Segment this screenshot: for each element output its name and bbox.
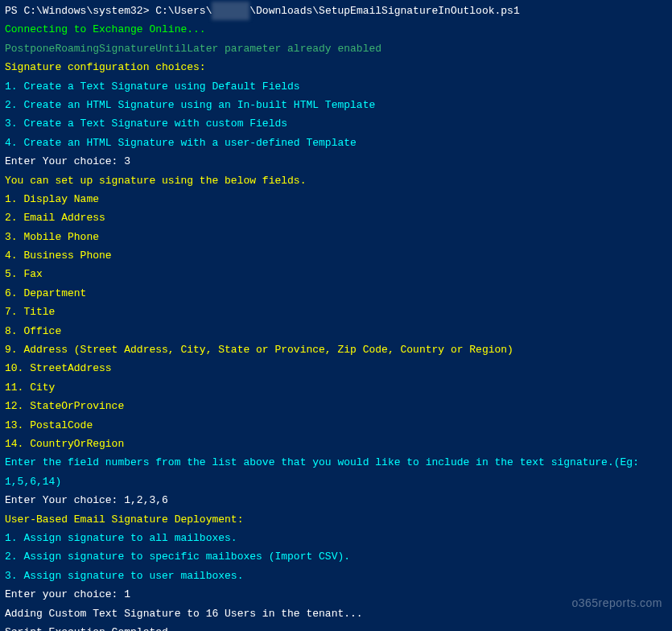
adding-line: Adding Custom Text Signature to 16 Users… xyxy=(5,604,667,623)
enter-choice-1-label: Enter Your choice: xyxy=(5,155,124,167)
field-item: 7. Title xyxy=(5,303,667,321)
enter-field-numbers: Enter the field numbers from the list ab… xyxy=(5,453,667,491)
field-item: 14. CountryOrRegion xyxy=(5,435,667,453)
prompt-line: PS C:\Windows\system32> C:\Users\xxxxxx\… xyxy=(5,2,667,20)
prompt-prefix: PS C:\Windows\system32> C:\Users\ xyxy=(5,5,212,17)
field-item: 2. Email Address xyxy=(5,208,667,227)
completed-line: Script Execution Completed xyxy=(5,623,667,631)
watermark: o365reports.com xyxy=(571,593,662,613)
field-item: 8. Office xyxy=(5,322,667,340)
enter-choice-2: Enter Your choice: 1,2,3,6 xyxy=(5,491,667,509)
field-item: 11. City xyxy=(5,378,667,397)
sig-option: 3. Create a Text Signature with custom F… xyxy=(5,114,667,133)
deployment-option: 1. Assign signature to all mailboxes. xyxy=(5,529,667,547)
field-item: 3. Mobile Phone xyxy=(5,228,667,246)
deployment-option: 3. Assign signature to user mailboxes. xyxy=(5,567,667,585)
field-item: 9. Address (Street Address, City, State … xyxy=(5,340,667,359)
field-item: 12. StateOrProvince xyxy=(5,397,667,415)
sig-config-header: Signature configuration choices: xyxy=(5,58,667,76)
deployment-header: User-Based Email Signature Deployment: xyxy=(5,510,667,529)
sig-option: 4. Create an HTML Signature with a user-… xyxy=(5,134,667,152)
field-item: 1. Display Name xyxy=(5,190,667,208)
enter-choice-1-value: 3 xyxy=(124,155,130,167)
postpone-line: PostponeRoamingSignatureUntilLater param… xyxy=(5,39,667,58)
prompt-suffix: \Downloads\SetupEmailSignatureInOutlook.… xyxy=(249,5,519,17)
enter-choice-3: Enter your choice: 1 xyxy=(5,585,667,604)
enter-choice-3-label: Enter your choice: xyxy=(5,588,124,600)
sig-option: 2. Create an HTML Signature using an In-… xyxy=(5,96,667,114)
enter-choice-1: Enter Your choice: 3 xyxy=(5,152,667,171)
connecting-line: Connecting to Exchange Online... xyxy=(5,20,667,39)
prompt-blurred-user: xxxxxx xyxy=(212,2,249,20)
sig-option: 1. Create a Text Signature using Default… xyxy=(5,77,667,96)
fields-header: You can set up signature using the below… xyxy=(5,171,667,190)
field-item: 10. StreetAddress xyxy=(5,359,667,377)
field-item: 4. Business Phone xyxy=(5,246,667,265)
enter-choice-2-label: Enter Your choice: xyxy=(5,494,124,506)
enter-choice-2-value: 1,2,3,6 xyxy=(124,494,168,506)
field-item: 6. Department xyxy=(5,284,667,303)
enter-choice-3-value: 1 xyxy=(124,588,130,600)
field-item: 13. PostalCode xyxy=(5,416,667,435)
deployment-option: 2. Assign signature to specific mailboxe… xyxy=(5,547,667,566)
field-item: 5. Fax xyxy=(5,265,667,283)
